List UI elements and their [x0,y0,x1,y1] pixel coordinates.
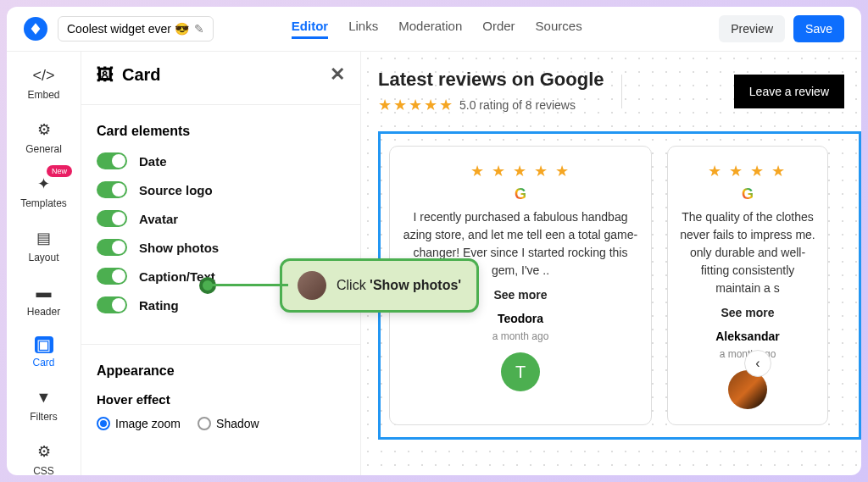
gear-icon: ⚙ [34,119,54,140]
sidebar-item-general[interactable]: ⚙ General [7,116,81,158]
sidebar-item-css[interactable]: ⚙ CSS [7,438,81,475]
sidebar-item-layout[interactable]: ▤ Layout [7,224,81,267]
review-card: ★ ★ ★ ★ G The quality of the clothes nev… [667,146,828,425]
filter-icon: ▼ [34,387,54,407]
panel-title: Card [122,65,161,85]
tutorial-callout: Click 'Show photos' [280,258,479,313]
edit-icon[interactable]: ✎ [194,22,204,36]
nav-moderation[interactable]: Moderation [398,19,462,39]
save-button[interactable]: Save [793,15,844,42]
card-elements-title: Card elements [97,124,345,139]
widget-title-input[interactable]: Coolest widget ever 😎 ✎ [58,16,214,42]
sidebar-item-embed[interactable]: </> Embed [7,62,81,104]
nav-sources[interactable]: Sources [536,19,582,39]
close-icon[interactable]: ✕ [330,64,345,86]
callout-bubble: Click 'Show photos' [280,258,479,313]
see-more-link[interactable]: See more [493,288,547,302]
review-date: a month ago [492,330,549,342]
toggle-source-logo[interactable] [97,181,127,198]
sidebar-item-header[interactable]: ▬ Header [7,279,81,321]
code-icon: </> [34,65,54,86]
callout-avatar [298,271,326,300]
card-icon: ▣ [35,336,53,353]
see-more-link[interactable]: See more [721,306,774,319]
prev-arrow-button[interactable]: ‹ [744,350,771,377]
toggle-rating[interactable] [97,296,127,313]
review-stars: ★ ★ ★ ★ ★ [470,162,570,180]
review-text: The quality of the clothes never fails t… [680,208,815,297]
reviewer-avatar: T [501,352,540,391]
reviewer-name: Aleksandar [715,330,779,343]
appearance-title: Appearance [97,363,345,379]
google-icon: G [742,186,754,203]
layout-icon: ▤ [34,228,54,248]
toggle-date[interactable] [97,152,127,169]
preview-button[interactable]: Preview [719,15,785,42]
rating-text: 5.0 rating of 8 reviews [459,98,576,112]
nav-order[interactable]: Order [482,19,515,39]
leave-review-button[interactable]: Leave a review [734,75,844,108]
card-icon: 🖼 [97,65,114,85]
left-sidebar: </> Embed ⚙ General New ✦ Templates ▤ La… [7,52,81,475]
topbar: Coolest widget ever 😎 ✎ Editor Links Mod… [7,7,861,52]
radio-shadow[interactable]: Shadow [198,417,259,430]
app-logo [24,17,47,41]
widget-title-text: Coolest widget ever 😎 [67,22,189,36]
sidebar-item-templates[interactable]: New ✦ Templates [7,170,81,213]
radio-image-zoom[interactable]: Image zoom [97,417,181,430]
header-icon: ▬ [34,282,54,302]
reviewer-name: Teodora [498,312,543,325]
sidebar-item-card[interactable]: ▣ Card [7,333,81,372]
new-badge: New [47,165,72,177]
sidebar-item-filters[interactable]: ▼ Filters [7,384,81,426]
google-icon: G [515,186,526,203]
toggle-caption-text[interactable] [97,268,127,285]
main-nav: Editor Links Moderation Order Sources [292,19,582,39]
preview-title: Latest reviews on Google [378,69,604,91]
callout-connector [212,284,288,286]
review-stars: ★ ★ ★ ★ [708,162,787,180]
hover-effect-label: Hover effect [97,392,345,407]
nav-editor[interactable]: Editor [292,19,328,39]
gear-icon: ⚙ [34,441,54,462]
toggle-avatar[interactable] [97,210,127,227]
rating-stars: ★★★★★ [378,96,454,114]
nav-links[interactable]: Links [348,19,378,39]
toggle-show-photos[interactable] [97,239,127,256]
